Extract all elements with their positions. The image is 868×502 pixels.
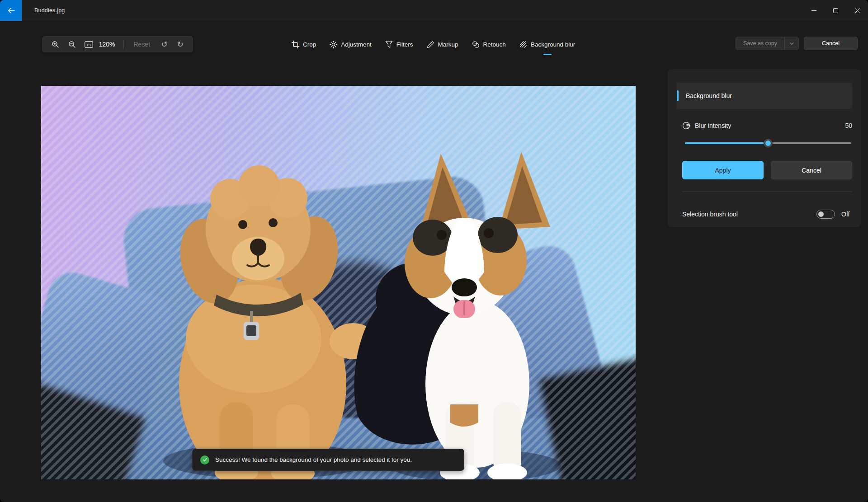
back-arrow-icon [7, 7, 15, 14]
save-options-dropdown[interactable] [785, 37, 798, 50]
maximize-icon [833, 8, 838, 13]
photos-app-window: Buddies.jpg [0, 0, 868, 502]
tab-label: Background blur [531, 41, 575, 48]
blur-intensity-icon [682, 122, 690, 130]
zoom-out-icon [68, 41, 76, 48]
panel-header: Background blur [677, 83, 852, 109]
tab-label: Retouch [483, 41, 506, 48]
background-blur-panel: Background blur Blur intensity 50 Apply … [668, 69, 861, 227]
tab-label: Filters [396, 41, 413, 48]
toast-message: Success! We found the background of your… [215, 456, 412, 463]
redo-button[interactable]: ↻ [172, 38, 188, 51]
actual-size-icon: 1:1 [85, 41, 93, 48]
actual-size-button[interactable]: 1:1 [80, 38, 97, 51]
active-tab-underline [543, 54, 552, 55]
goldendoodle-puppy [172, 165, 377, 479]
minimize-icon [811, 8, 816, 13]
save-as-copy-split-button: Save as copy [736, 37, 799, 50]
maximize-button[interactable] [825, 0, 846, 21]
blur-intensity-row: Blur intensity 50 [682, 120, 852, 131]
photo-canvas[interactable]: Success! We found the background of your… [41, 86, 636, 479]
top-actions: Save as copy Cancel [736, 37, 858, 50]
success-toast: Success! We found the background of your… [192, 449, 464, 471]
toggle-knob [818, 211, 824, 217]
retouch-icon [472, 41, 480, 48]
tab-adjustment[interactable]: Adjustment [330, 36, 372, 52]
zoom-out-button[interactable] [64, 38, 80, 51]
blur-slider-fill [685, 142, 768, 144]
redo-icon: ↻ [177, 40, 183, 49]
undo-button[interactable]: ↺ [156, 38, 172, 51]
corgi-puppy [354, 152, 551, 479]
zoom-in-button[interactable] [47, 38, 64, 51]
success-check-icon [200, 455, 209, 464]
blur-intensity-value: 50 [845, 122, 852, 129]
view-toolbar: 1:1 120% Reset ↺ ↻ [42, 36, 193, 52]
accent-bar [677, 90, 679, 101]
zoom-level-value: 120% [97, 41, 120, 48]
panel-divider [682, 192, 852, 192]
title-bar: Buddies.jpg [0, 0, 868, 21]
markup-icon [427, 41, 434, 48]
back-button[interactable] [0, 0, 22, 21]
selection-brush-toggle[interactable] [816, 210, 835, 219]
panel-title: Background blur [686, 92, 732, 99]
zoom-in-icon [52, 41, 59, 48]
tab-markup[interactable]: Markup [427, 36, 458, 52]
cancel-edit-button[interactable]: Cancel [804, 37, 858, 50]
reset-button[interactable]: Reset [127, 41, 157, 48]
filters-icon [385, 41, 393, 48]
tab-label: Adjustment [341, 41, 372, 48]
blur-intensity-label: Blur intensity [695, 122, 731, 129]
tab-retouch[interactable]: Retouch [472, 36, 506, 52]
tab-filters[interactable]: Filters [385, 36, 413, 52]
selection-brush-state: Off [841, 211, 852, 218]
edit-tabs: Crop Adjustment Filters Markup [292, 36, 575, 52]
chevron-down-icon [789, 41, 794, 46]
crop-icon [292, 41, 299, 48]
blur-slider-thumb[interactable] [764, 139, 773, 148]
adjustment-icon [330, 41, 337, 48]
svg-text:1:1: 1:1 [86, 42, 91, 47]
tab-label: Crop [303, 41, 316, 48]
toolbar-divider [123, 40, 124, 49]
close-icon [855, 8, 860, 13]
close-button[interactable] [846, 0, 868, 21]
background-blur-icon [519, 41, 527, 48]
window-controls [803, 0, 868, 21]
tab-label: Markup [438, 41, 458, 48]
apply-button[interactable]: Apply [682, 161, 764, 179]
panel-cancel-button[interactable]: Cancel [771, 161, 852, 179]
tab-background-blur[interactable]: Background blur [519, 36, 575, 52]
selection-brush-row: Selection brush tool Off [682, 207, 852, 221]
undo-icon: ↺ [161, 40, 167, 49]
panel-buttons: Apply Cancel [682, 161, 852, 179]
window-title: Buddies.jpg [34, 0, 65, 21]
save-as-copy-button[interactable]: Save as copy [736, 37, 784, 50]
minimize-button[interactable] [803, 0, 825, 21]
photo-illustration-dogs [41, 86, 636, 479]
blur-intensity-slider[interactable] [685, 139, 851, 148]
selection-brush-label: Selection brush tool [682, 211, 738, 218]
tab-crop[interactable]: Crop [292, 36, 316, 52]
